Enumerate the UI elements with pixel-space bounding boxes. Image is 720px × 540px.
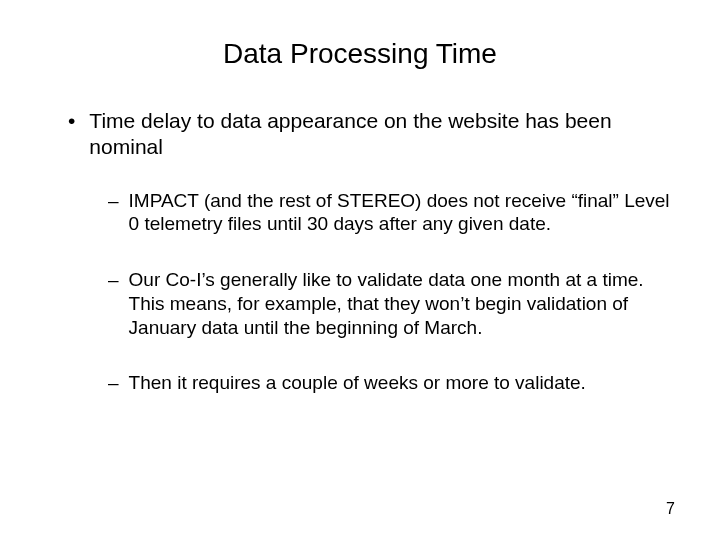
bullet-mark: – — [108, 189, 119, 213]
page-number: 7 — [666, 500, 675, 518]
slide-title: Data Processing Time — [50, 38, 670, 70]
bullet-text: Our Co-I’s generally like to validate da… — [129, 268, 670, 339]
bullet-mark: – — [108, 268, 119, 292]
bullet-item: – Our Co-I’s generally like to validate … — [108, 268, 670, 339]
bullet-text: Time delay to data appearance on the web… — [89, 108, 670, 161]
bullet-text: IMPACT (and the rest of STEREO) does not… — [129, 189, 670, 237]
bullet-mark: • — [68, 108, 75, 134]
bullet-mark: – — [108, 371, 119, 395]
bullet-item: – IMPACT (and the rest of STEREO) does n… — [108, 189, 670, 237]
bullet-item: • Time delay to data appearance on the w… — [68, 108, 670, 161]
bullet-text: Then it requires a couple of weeks or mo… — [129, 371, 670, 395]
bullet-item: – Then it requires a couple of weeks or … — [108, 371, 670, 395]
